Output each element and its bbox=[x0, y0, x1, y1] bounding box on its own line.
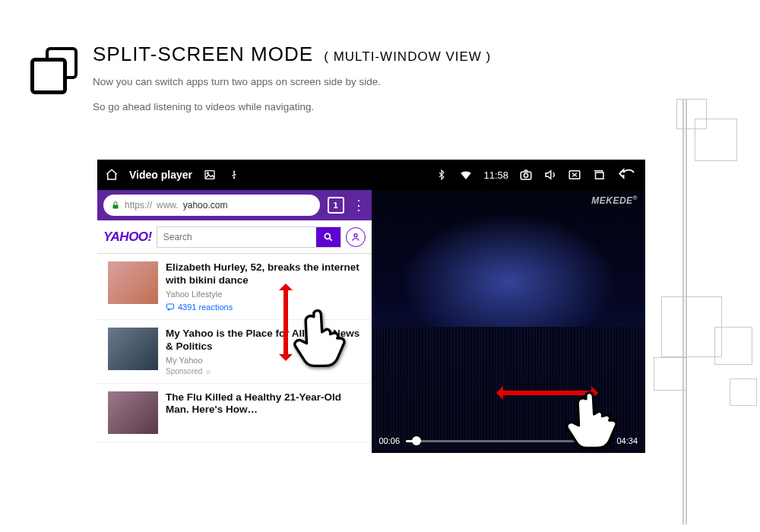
camera-icon[interactable] bbox=[519, 168, 533, 182]
clock: 11:58 bbox=[483, 169, 508, 181]
svg-point-7 bbox=[325, 233, 330, 239]
yahoo-search bbox=[157, 226, 341, 248]
watermark: MEKEDE® bbox=[591, 195, 638, 206]
app-title: Video player bbox=[129, 169, 192, 181]
page-desc-1: Now you can switch apps turn two apps on… bbox=[93, 74, 491, 91]
bluetooth-icon bbox=[435, 168, 448, 182]
yahoo-logo[interactable]: YAHOO! bbox=[103, 230, 152, 245]
card-title: Elizabeth Hurley, 52, breaks the interne… bbox=[166, 261, 364, 287]
page-desc-2: So go ahead listening to videos while na… bbox=[93, 99, 491, 116]
thumbnail bbox=[108, 391, 158, 434]
svg-rect-6 bbox=[113, 205, 119, 209]
hand-pointer-icon bbox=[287, 302, 353, 368]
profile-icon[interactable] bbox=[346, 227, 366, 247]
svg-rect-9 bbox=[167, 304, 174, 309]
time-elapsed: 00:06 bbox=[379, 436, 401, 445]
tab-count[interactable]: 1 bbox=[328, 197, 344, 214]
page-title: SPLIT-SCREEN MODE ( MULTI-WINDOW VIEW ) bbox=[93, 43, 491, 66]
search-icon bbox=[323, 232, 334, 242]
yahoo-header: YAHOO! bbox=[97, 220, 372, 254]
seek-thumb[interactable] bbox=[412, 436, 421, 445]
feed-card[interactable]: The Flu Killed a Healthy 21-Year-Old Man… bbox=[97, 384, 372, 442]
svg-point-8 bbox=[353, 233, 356, 236]
hand-pointer-icon bbox=[559, 385, 625, 450]
comment-icon bbox=[166, 302, 175, 312]
svg-point-1 bbox=[207, 173, 208, 174]
card-title: The Flu Killed a Healthy 21-Year-Old Man… bbox=[166, 391, 364, 417]
lock-icon bbox=[111, 201, 120, 210]
kebab-menu-icon[interactable]: ⋮ bbox=[352, 197, 366, 214]
svg-point-3 bbox=[524, 173, 527, 177]
android-statusbar: Video player 11:58 bbox=[97, 160, 645, 190]
thumbnail bbox=[108, 261, 158, 304]
split-screen-icon bbox=[30, 47, 78, 94]
volume-icon[interactable] bbox=[543, 168, 557, 182]
search-button[interactable] bbox=[316, 227, 340, 247]
sponsored-tag: Sponsored ☼ bbox=[166, 367, 364, 375]
device-screenshot: Video player 11:58 bbox=[97, 160, 645, 453]
wifi-icon bbox=[459, 168, 473, 182]
url-input[interactable]: https://www.yahoo.com bbox=[103, 195, 320, 216]
recent-apps-icon[interactable] bbox=[592, 168, 606, 182]
close-app-icon[interactable] bbox=[568, 168, 581, 182]
thumbnail bbox=[108, 328, 158, 370]
usb-icon[interactable] bbox=[227, 168, 241, 182]
picture-icon[interactable] bbox=[203, 168, 217, 182]
home-icon[interactable] bbox=[105, 168, 119, 182]
search-input[interactable] bbox=[157, 232, 316, 242]
back-icon[interactable] bbox=[616, 168, 638, 182]
svg-rect-5 bbox=[596, 173, 604, 179]
card-source: Yahoo Lifestyle bbox=[166, 290, 364, 299]
browser-url-bar: https://www.yahoo.com 1 ⋮ bbox=[97, 190, 372, 220]
